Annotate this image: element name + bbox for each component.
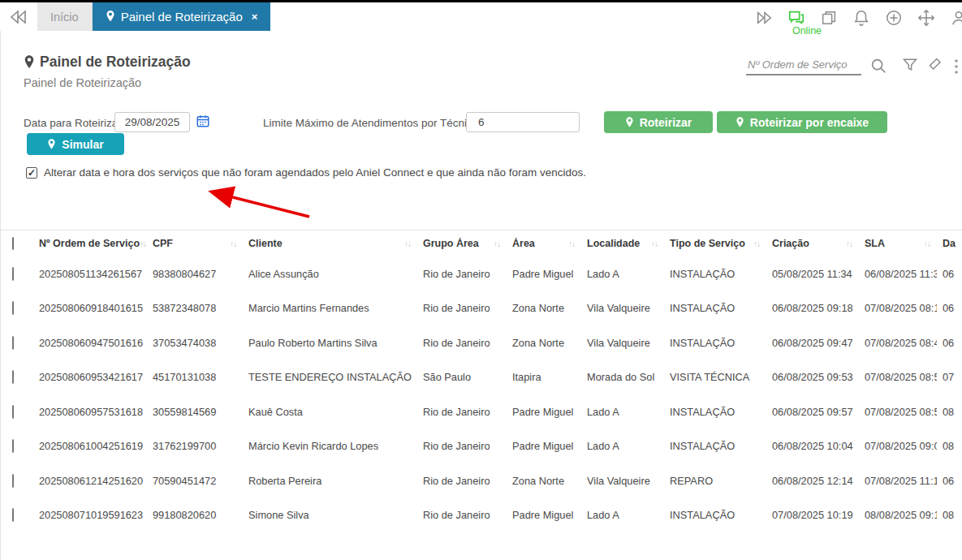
sort-icon[interactable]: ↑↓ [404, 239, 411, 248]
user-icon[interactable] [950, 9, 962, 27]
table-row[interactable]: 20250806100425161931762199700Márcio Kevi… [1, 429, 962, 464]
cell: Lado A [581, 268, 664, 280]
plus-circle-icon[interactable] [885, 9, 903, 27]
map-pin-icon [736, 117, 744, 128]
cell: Rio de Janeiro [417, 440, 507, 452]
cell: 08 [937, 440, 962, 452]
cell: REPARO [664, 475, 766, 487]
cell: 07/08/2025 08:18 [859, 302, 937, 314]
column-header[interactable]: Localidade↑↓ [581, 238, 664, 249]
table-row[interactable]: 20250806121425162070590451472Roberta Per… [1, 463, 962, 498]
sort-icon[interactable]: ↑↓ [846, 239, 852, 248]
tab-inicio-label: Início [50, 11, 79, 24]
cell: 06/08/2025 09:18 [766, 302, 859, 314]
column-header[interactable]: Grupo Área↑↓ [417, 238, 507, 249]
column-header[interactable]: Área↑↓ [507, 238, 581, 249]
search-icon[interactable] [869, 57, 887, 75]
cell: 70590451472 [147, 475, 243, 487]
roteirizar-encaixe-button[interactable]: Roteirizar por encaixe [717, 111, 887, 133]
bell-icon[interactable] [852, 9, 870, 27]
table-row[interactable]: 20250806095753161830559814569Kauê CostaR… [1, 394, 962, 429]
column-header[interactable]: CPF↑↓ [147, 238, 243, 249]
move-icon[interactable] [917, 9, 935, 27]
alter-date-checkbox-label: Alterar data e hora dos serviços que não… [44, 166, 586, 179]
roteirizar-button[interactable]: Roteirizar [604, 111, 713, 133]
cell: 07 [937, 371, 962, 383]
cell: 07/08/2025 08:53 [859, 371, 937, 383]
cell: 202508060953421617 [33, 371, 147, 383]
cell: Vila Valqueire [581, 337, 664, 349]
cell: Lado A [581, 440, 664, 452]
sort-icon[interactable]: ↑↓ [924, 239, 930, 248]
cell: 98380804627 [147, 268, 243, 280]
chat-icon[interactable] [787, 9, 805, 27]
limit-input[interactable] [466, 112, 580, 132]
cell: 202508061214251620 [33, 475, 147, 487]
column-header[interactable]: Criação↑↓ [766, 238, 859, 249]
fast-forward-icon[interactable] [755, 9, 773, 27]
row-checkbox[interactable] [12, 405, 14, 419]
row-checkbox[interactable] [12, 474, 14, 488]
cell: 06 [937, 302, 962, 314]
cell: Simone Silva [243, 509, 417, 521]
tab-bar: Início Painel de Roteirização × [0, 2, 962, 31]
search-input[interactable] [746, 55, 861, 75]
tab-painel-roteirizacao[interactable]: Painel de Roteirização × [93, 2, 271, 31]
simular-button[interactable]: Simular [27, 133, 124, 155]
cell: Márcio Kevin Ricardo Lopes [243, 440, 417, 452]
column-header[interactable]: Nº Ordem de Serviço↑↓ [33, 238, 147, 249]
sort-icon[interactable]: ↑↓ [753, 239, 760, 248]
row-checkbox[interactable] [12, 301, 14, 315]
table-row[interactable]: 20250807101959162399180820620Simone Silv… [1, 498, 962, 533]
copy-icon[interactable] [820, 9, 838, 27]
cell: Kauê Costa [243, 406, 417, 418]
table-row[interactable]: 20250806091840161553872348078Marcio Mart… [1, 291, 962, 326]
row-checkbox[interactable] [12, 336, 14, 350]
cell: 06 [937, 475, 962, 487]
alter-date-checkbox[interactable]: ✓ [26, 167, 37, 179]
date-label: Data para Roteirizar: [24, 117, 125, 129]
sort-icon[interactable]: ↑↓ [568, 239, 575, 248]
cell: INSTALAÇÃO [664, 509, 766, 521]
date-input[interactable] [114, 112, 190, 132]
select-all-checkbox[interactable] [12, 237, 14, 250]
tab-close-icon[interactable]: × [252, 11, 258, 23]
map-pin-icon [24, 55, 35, 70]
sort-icon[interactable]: ↑↓ [230, 239, 236, 248]
table-row[interactable]: 20250806095342161745170131038TESTE ENDER… [1, 360, 962, 395]
eraser-icon[interactable] [928, 57, 944, 73]
calendar-icon[interactable] [196, 114, 210, 128]
column-header[interactable]: Da [937, 238, 962, 249]
cell: 08 [937, 509, 962, 521]
cell: INSTALAÇÃO [664, 302, 766, 314]
filter-icon[interactable] [902, 57, 918, 73]
cell: Rio de Janeiro [417, 509, 507, 521]
row-checkbox[interactable] [12, 439, 14, 453]
collapse-tabs-icon[interactable] [0, 2, 37, 31]
sort-icon[interactable]: ↑↓ [651, 239, 658, 248]
cell: Paulo Roberto Martins Silva [243, 337, 417, 349]
column-header[interactable]: Cliente↑↓ [243, 238, 417, 249]
cell: 07/08/2025 09:04 [859, 440, 937, 452]
column-header[interactable]: Tipo de Serviço↑↓ [664, 238, 766, 249]
sort-icon[interactable]: ↑↓ [494, 239, 500, 248]
column-header[interactable]: SLA↑↓ [859, 238, 937, 249]
table-row[interactable]: 20250805113426156798380804627Alice Assun… [1, 256, 962, 291]
sort-icon[interactable]: ↑↓ [140, 239, 146, 248]
cell: Padre Miguel [507, 440, 581, 452]
row-checkbox[interactable] [12, 508, 14, 522]
cell: 202508061004251619 [33, 440, 147, 452]
cell: Morada do Sol [581, 371, 664, 383]
cell: 31762199700 [147, 440, 243, 452]
row-checkbox[interactable] [12, 267, 14, 281]
table-row[interactable]: 20250806094750161637053474038Paulo Rober… [1, 325, 962, 360]
kebab-menu-icon[interactable] [954, 58, 959, 75]
cell: 53872348078 [147, 302, 243, 314]
cell: 37053474038 [147, 337, 243, 349]
tab-inicio[interactable]: Início [37, 2, 93, 31]
cell: 06/08/2025 09:57 [766, 406, 859, 418]
row-checkbox[interactable] [12, 370, 14, 384]
cell: 06/08/2025 10:04 [766, 440, 859, 452]
cell: 07/08/2025 08:57 [859, 406, 937, 418]
cell: Rio de Janeiro [417, 302, 507, 314]
